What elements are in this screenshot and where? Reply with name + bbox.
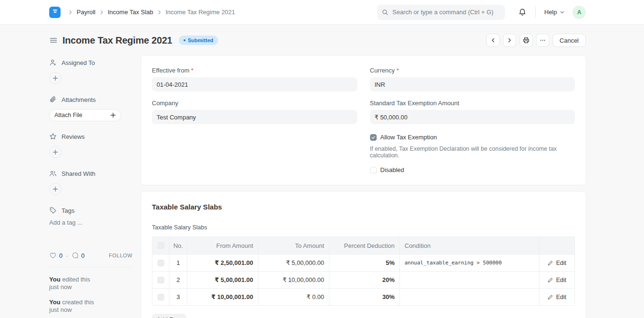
add-review-button[interactable] <box>49 146 62 158</box>
heart-icon[interactable] <box>49 252 57 259</box>
add-row-button[interactable]: Add Row <box>152 314 186 318</box>
more-options-button[interactable] <box>536 34 549 47</box>
assign-user-icon <box>49 59 57 66</box>
assigned-to-label: Assigned To <box>62 59 95 66</box>
company-input[interactable] <box>152 110 357 124</box>
divider <box>49 267 132 267</box>
star-icon <box>49 133 57 140</box>
column-header-from-amount: From Amount <box>187 237 258 254</box>
page-title: Income Tax Regime 2021 <box>62 35 172 46</box>
percent-deduction-cell[interactable]: 30% <box>329 289 400 305</box>
add-share-button[interactable] <box>49 183 62 195</box>
sidebar-toggle-icon[interactable] <box>49 36 58 45</box>
search-placeholder: Search or type a command (Ctrl + G) <box>392 9 494 16</box>
condition-cell[interactable] <box>400 272 539 288</box>
standard-tax-exemption-field: Standard Tax Exemption Amount <box>370 100 575 124</box>
table-header-row: No. From Amount To Amount Percent Deduct… <box>152 237 574 254</box>
activity-time: just now <box>49 283 132 291</box>
tag-icon <box>49 207 57 214</box>
reviews-section: Reviews <box>49 133 132 158</box>
divider <box>535 7 536 18</box>
row-number: 2 <box>169 272 187 288</box>
shared-with-label: Shared With <box>62 170 96 177</box>
plus-icon <box>53 186 58 192</box>
standard-tax-exemption-input[interactable] <box>370 110 575 124</box>
table-row: 1 ₹ 2,50,001.00 ₹ 5,00,000.00 5% annual_… <box>152 254 574 271</box>
chevron-down-icon <box>559 9 565 15</box>
next-document-button[interactable] <box>503 34 516 47</box>
percent-deduction-cell[interactable]: 5% <box>329 254 400 271</box>
edit-row-button[interactable]: Edit <box>539 254 574 271</box>
condition-cell[interactable]: annual_taxable_earning > 500000 <box>400 254 539 271</box>
pencil-icon <box>547 277 553 283</box>
like-count: 0 <box>59 252 62 259</box>
breadcrumb-item-income-tax-slab[interactable]: Income Tax Slab <box>108 9 153 16</box>
checkbox-group: Allow Tax Exemption If enabled, Tax Exem… <box>370 132 575 173</box>
page-header: Income Tax Regime 2021 Submitted Cancel <box>49 33 586 47</box>
shared-with-section: Shared With <box>49 170 132 195</box>
attachments-section: Attachments Attach File <box>49 96 132 121</box>
assigned-to-section: Assigned To <box>49 59 132 84</box>
condition-cell[interactable] <box>400 289 539 305</box>
currency-field: Currency * <box>370 67 575 91</box>
row-number: 1 <box>169 254 187 271</box>
from-amount-cell[interactable]: ₹ 2,50,001.00 <box>187 254 258 271</box>
allow-tax-exemption-row[interactable]: Allow Tax Exemption <box>370 134 575 141</box>
column-header-no: No. <box>169 237 187 254</box>
tags-label: Tags <box>62 207 74 214</box>
follow-button[interactable]: FOLLOW <box>109 253 132 258</box>
activity-entry: You created this just now <box>49 299 132 314</box>
chevron-right-icon <box>156 9 163 16</box>
attach-file-button[interactable]: Attach File <box>49 109 121 121</box>
chevron-left-icon <box>490 37 496 44</box>
percent-deduction-cell[interactable]: 20% <box>329 272 400 288</box>
plus-icon <box>53 149 58 155</box>
disabled-label: Disabled <box>380 166 405 173</box>
chevron-right-icon <box>506 37 513 44</box>
edit-row-button[interactable]: Edit <box>539 272 574 288</box>
add-tag-input[interactable]: Add a tag ... <box>49 219 132 226</box>
breadcrumb: Payroll Income Tax Slab Income Tax Regim… <box>64 9 235 16</box>
allow-tax-exemption-checkbox[interactable] <box>370 134 377 141</box>
document-social-row: 0 · 0 FOLLOW <box>49 252 132 259</box>
currency-input[interactable] <box>370 77 575 91</box>
activity-time: just now <box>49 306 132 314</box>
activity-entry: You edited this just now <box>49 276 132 291</box>
print-button[interactable] <box>520 34 533 47</box>
help-menu[interactable]: Help <box>544 9 565 16</box>
people-icon <box>49 170 57 177</box>
row-checkbox[interactable] <box>158 260 164 266</box>
cancel-button[interactable]: Cancel <box>553 34 586 47</box>
effective-from-input[interactable] <box>152 77 357 91</box>
from-amount-cell[interactable]: ₹ 10,00,001.00 <box>187 289 258 305</box>
row-checkbox[interactable] <box>158 277 164 283</box>
user-avatar[interactable]: A <box>573 6 586 19</box>
disabled-row[interactable]: Disabled <box>370 166 575 173</box>
from-amount-cell[interactable]: ₹ 5,00,001.00 <box>187 272 258 288</box>
prev-document-button[interactable] <box>486 34 500 47</box>
comment-icon[interactable] <box>71 252 79 259</box>
allow-tax-exemption-label: Allow Tax Exemption <box>380 134 437 141</box>
slabs-table: No. From Amount To Amount Percent Deduct… <box>152 236 575 306</box>
row-checkbox[interactable] <box>158 294 164 300</box>
add-assignment-button[interactable] <box>49 72 62 84</box>
plus-icon <box>53 75 58 81</box>
slabs-table-label: Taxable Salary Slabs <box>152 224 575 231</box>
edit-row-button[interactable]: Edit <box>539 289 574 305</box>
column-header-condition: Condition <box>400 237 539 254</box>
notifications-bell-icon[interactable] <box>518 8 527 17</box>
paperclip-icon <box>49 96 57 103</box>
ellipsis-icon <box>539 37 546 44</box>
select-all-checkbox[interactable] <box>158 242 164 249</box>
app-logo-icon[interactable] <box>49 7 61 18</box>
check-icon <box>371 135 376 140</box>
to-amount-cell[interactable]: ₹ 0.00 <box>258 289 329 305</box>
search-input[interactable]: Search or type a command (Ctrl + G) <box>377 5 505 20</box>
breadcrumb-item-payroll[interactable]: Payroll <box>77 9 96 16</box>
to-amount-cell[interactable]: ₹ 10,00,000.00 <box>258 272 329 288</box>
to-amount-cell[interactable]: ₹ 5,00,000.00 <box>258 254 329 271</box>
search-icon <box>382 9 388 16</box>
status-dot <box>184 39 185 41</box>
effective-from-field: Effective from * <box>152 67 357 91</box>
disabled-checkbox[interactable] <box>370 167 377 173</box>
